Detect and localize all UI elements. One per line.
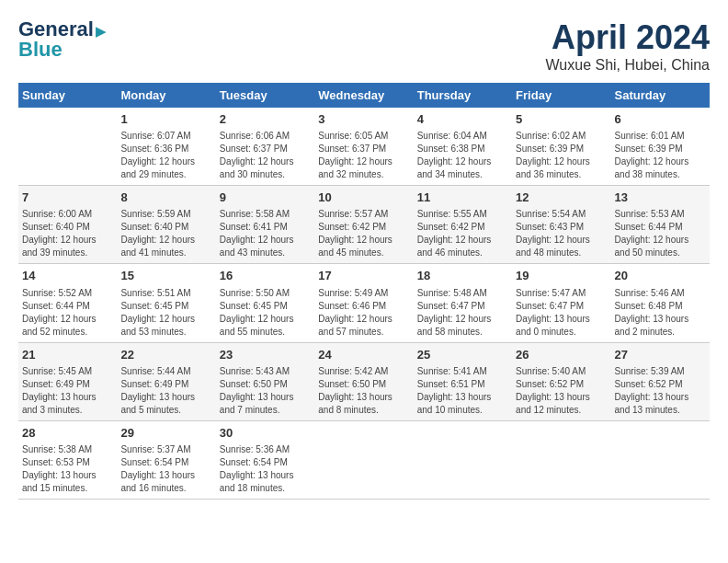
month-title: April 2024 bbox=[546, 18, 710, 57]
calendar-cell: 19Sunrise: 5:47 AM Sunset: 6:47 PM Dayli… bbox=[512, 264, 610, 342]
calendar-cell: 12Sunrise: 5:54 AM Sunset: 6:43 PM Dayli… bbox=[512, 186, 610, 264]
logo: General▶ Blue bbox=[18, 18, 106, 61]
day-number: 13 bbox=[615, 190, 706, 206]
day-number: 12 bbox=[516, 190, 607, 206]
cell-info: Sunrise: 5:39 AM Sunset: 6:52 PM Dayligh… bbox=[615, 365, 706, 417]
calendar-cell: 27Sunrise: 5:39 AM Sunset: 6:52 PM Dayli… bbox=[611, 342, 710, 420]
day-number: 6 bbox=[615, 111, 706, 128]
header-cell-tuesday: Tuesday bbox=[216, 83, 314, 108]
cell-info: Sunrise: 6:07 AM Sunset: 6:36 PM Dayligh… bbox=[120, 130, 211, 181]
day-number: 10 bbox=[318, 190, 409, 206]
calendar-cell: 1Sunrise: 6:07 AM Sunset: 6:36 PM Daylig… bbox=[117, 108, 215, 186]
day-number: 17 bbox=[318, 268, 409, 284]
header-cell-monday: Monday bbox=[117, 83, 215, 108]
day-number: 19 bbox=[516, 268, 607, 284]
calendar-cell: 26Sunrise: 5:40 AM Sunset: 6:52 PM Dayli… bbox=[512, 342, 610, 420]
calendar-cell: 8Sunrise: 5:59 AM Sunset: 6:40 PM Daylig… bbox=[117, 186, 215, 264]
calendar-cell: 29Sunrise: 5:37 AM Sunset: 6:54 PM Dayli… bbox=[117, 420, 215, 499]
cell-info: Sunrise: 5:58 AM Sunset: 6:41 PM Dayligh… bbox=[220, 208, 311, 259]
cell-info: Sunrise: 5:54 AM Sunset: 6:43 PM Dayligh… bbox=[516, 208, 607, 259]
calendar-cell: 2Sunrise: 6:06 AM Sunset: 6:37 PM Daylig… bbox=[216, 108, 314, 186]
week-row-0: 1Sunrise: 6:07 AM Sunset: 6:36 PM Daylig… bbox=[18, 108, 710, 186]
calendar-cell: 14Sunrise: 5:52 AM Sunset: 6:44 PM Dayli… bbox=[18, 264, 117, 342]
day-number: 1 bbox=[120, 111, 211, 128]
day-number: 16 bbox=[220, 268, 311, 284]
day-number: 4 bbox=[417, 111, 508, 128]
day-number: 5 bbox=[516, 111, 607, 128]
week-row-3: 21Sunrise: 5:45 AM Sunset: 6:49 PM Dayli… bbox=[18, 342, 710, 420]
calendar-cell: 24Sunrise: 5:42 AM Sunset: 6:50 PM Dayli… bbox=[314, 342, 413, 420]
calendar-cell: 5Sunrise: 6:02 AM Sunset: 6:39 PM Daylig… bbox=[512, 108, 610, 186]
calendar-cell: 15Sunrise: 5:51 AM Sunset: 6:45 PM Dayli… bbox=[117, 264, 215, 342]
calendar-cell: 30Sunrise: 5:36 AM Sunset: 6:54 PM Dayli… bbox=[216, 420, 314, 499]
calendar-cell bbox=[18, 108, 117, 186]
calendar-table: SundayMondayTuesdayWednesdayThursdayFrid… bbox=[18, 83, 710, 500]
day-number: 27 bbox=[615, 347, 706, 363]
day-number: 15 bbox=[120, 268, 211, 284]
day-number: 24 bbox=[318, 347, 409, 363]
cell-info: Sunrise: 6:02 AM Sunset: 6:39 PM Dayligh… bbox=[516, 130, 607, 181]
header-cell-saturday: Saturday bbox=[611, 83, 710, 108]
cell-info: Sunrise: 5:59 AM Sunset: 6:40 PM Dayligh… bbox=[120, 208, 211, 259]
cell-info: Sunrise: 5:44 AM Sunset: 6:49 PM Dayligh… bbox=[120, 365, 211, 417]
cell-info: Sunrise: 5:55 AM Sunset: 6:42 PM Dayligh… bbox=[417, 208, 508, 259]
cell-info: Sunrise: 5:49 AM Sunset: 6:46 PM Dayligh… bbox=[318, 287, 409, 339]
calendar-cell: 17Sunrise: 5:49 AM Sunset: 6:46 PM Dayli… bbox=[314, 264, 413, 342]
calendar-cell bbox=[512, 420, 610, 499]
cell-info: Sunrise: 5:40 AM Sunset: 6:52 PM Dayligh… bbox=[516, 365, 607, 417]
calendar-cell: 7Sunrise: 6:00 AM Sunset: 6:40 PM Daylig… bbox=[18, 186, 117, 264]
day-number: 30 bbox=[220, 425, 311, 442]
week-row-2: 14Sunrise: 5:52 AM Sunset: 6:44 PM Dayli… bbox=[18, 264, 710, 342]
day-number: 20 bbox=[615, 268, 706, 284]
day-number: 14 bbox=[22, 268, 113, 284]
cell-info: Sunrise: 5:37 AM Sunset: 6:54 PM Dayligh… bbox=[120, 443, 211, 495]
day-number: 21 bbox=[22, 347, 113, 363]
logo-subname: Blue bbox=[18, 39, 106, 61]
day-number: 25 bbox=[417, 347, 508, 363]
calendar-cell: 6Sunrise: 6:01 AM Sunset: 6:39 PM Daylig… bbox=[611, 108, 710, 186]
location: Wuxue Shi, Hubei, China bbox=[546, 57, 710, 74]
calendar-cell: 25Sunrise: 5:41 AM Sunset: 6:51 PM Dayli… bbox=[414, 342, 512, 420]
cell-info: Sunrise: 5:38 AM Sunset: 6:53 PM Dayligh… bbox=[22, 443, 113, 495]
calendar-header: SundayMondayTuesdayWednesdayThursdayFrid… bbox=[18, 83, 710, 108]
day-number: 29 bbox=[120, 425, 211, 442]
day-number: 28 bbox=[22, 425, 113, 442]
week-row-1: 7Sunrise: 6:00 AM Sunset: 6:40 PM Daylig… bbox=[18, 186, 710, 264]
cell-info: Sunrise: 5:36 AM Sunset: 6:54 PM Dayligh… bbox=[220, 443, 311, 495]
cell-info: Sunrise: 6:00 AM Sunset: 6:40 PM Dayligh… bbox=[22, 208, 113, 259]
cell-info: Sunrise: 6:01 AM Sunset: 6:39 PM Dayligh… bbox=[615, 130, 706, 181]
cell-info: Sunrise: 5:57 AM Sunset: 6:42 PM Dayligh… bbox=[318, 208, 409, 259]
cell-info: Sunrise: 5:45 AM Sunset: 6:49 PM Dayligh… bbox=[22, 365, 113, 417]
day-number: 9 bbox=[220, 190, 311, 206]
cell-info: Sunrise: 6:04 AM Sunset: 6:38 PM Dayligh… bbox=[417, 130, 508, 181]
cell-info: Sunrise: 6:06 AM Sunset: 6:37 PM Dayligh… bbox=[220, 130, 311, 181]
day-number: 7 bbox=[22, 190, 113, 206]
logo-text-block: General▶ Blue bbox=[18, 18, 106, 61]
calendar-cell: 28Sunrise: 5:38 AM Sunset: 6:53 PM Dayli… bbox=[18, 420, 117, 499]
calendar-cell: 21Sunrise: 5:45 AM Sunset: 6:49 PM Dayli… bbox=[18, 342, 117, 420]
header-cell-friday: Friday bbox=[512, 83, 610, 108]
calendar-cell: 22Sunrise: 5:44 AM Sunset: 6:49 PM Dayli… bbox=[117, 342, 215, 420]
day-number: 2 bbox=[220, 111, 311, 128]
calendar-cell bbox=[314, 420, 413, 499]
cell-info: Sunrise: 6:05 AM Sunset: 6:37 PM Dayligh… bbox=[318, 130, 409, 181]
cell-info: Sunrise: 5:53 AM Sunset: 6:44 PM Dayligh… bbox=[615, 208, 706, 259]
day-number: 3 bbox=[318, 111, 409, 128]
title-block: April 2024 Wuxue Shi, Hubei, China bbox=[546, 18, 710, 74]
calendar-cell: 16Sunrise: 5:50 AM Sunset: 6:45 PM Dayli… bbox=[216, 264, 314, 342]
cell-info: Sunrise: 5:48 AM Sunset: 6:47 PM Dayligh… bbox=[417, 287, 508, 339]
day-number: 23 bbox=[220, 347, 311, 363]
page-header: General▶ Blue April 2024 Wuxue Shi, Hube… bbox=[18, 18, 710, 74]
header-cell-wednesday: Wednesday bbox=[314, 83, 413, 108]
cell-info: Sunrise: 5:42 AM Sunset: 6:50 PM Dayligh… bbox=[318, 365, 409, 417]
cell-info: Sunrise: 5:50 AM Sunset: 6:45 PM Dayligh… bbox=[220, 287, 311, 339]
calendar-cell: 10Sunrise: 5:57 AM Sunset: 6:42 PM Dayli… bbox=[314, 186, 413, 264]
calendar-body: 1Sunrise: 6:07 AM Sunset: 6:36 PM Daylig… bbox=[18, 108, 710, 499]
calendar-cell: 3Sunrise: 6:05 AM Sunset: 6:37 PM Daylig… bbox=[314, 108, 413, 186]
day-number: 18 bbox=[417, 268, 508, 284]
day-number: 22 bbox=[120, 347, 211, 363]
week-row-4: 28Sunrise: 5:38 AM Sunset: 6:53 PM Dayli… bbox=[18, 420, 710, 499]
header-row: SundayMondayTuesdayWednesdayThursdayFrid… bbox=[18, 83, 710, 108]
cell-info: Sunrise: 5:41 AM Sunset: 6:51 PM Dayligh… bbox=[417, 365, 508, 417]
calendar-cell: 20Sunrise: 5:46 AM Sunset: 6:48 PM Dayli… bbox=[611, 264, 710, 342]
